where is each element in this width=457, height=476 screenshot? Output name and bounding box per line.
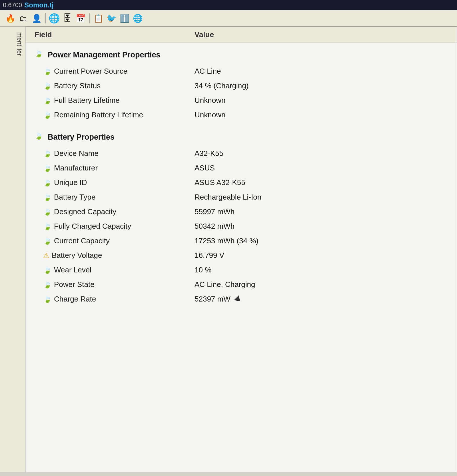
- battery-properties-icon: 🍃: [35, 132, 45, 142]
- remaining-battery-lifetime-value: Unknown: [195, 111, 448, 119]
- full-battery-lifetime-label: Full Battery Lifetime: [54, 96, 120, 105]
- field-device-name: 🍃 Device Name: [35, 149, 195, 158]
- field-battery-status: 🍃 Battery Status: [35, 81, 195, 90]
- row-current-capacity: 🍃 Current Capacity 17253 mWh (34 %): [26, 234, 457, 248]
- row-full-battery-lifetime: 🍃 Full Battery Lifetime Unknown: [26, 93, 457, 108]
- fully-charged-capacity-label: Fully Charged Capacity: [54, 222, 131, 231]
- power-management-label: Power Management Properties: [48, 51, 161, 59]
- field-power-state: 🍃 Power State: [35, 280, 195, 289]
- row-battery-voltage: ⚠ Battery Voltage 16.799 V: [26, 248, 457, 263]
- flame-icon[interactable]: 🔥: [5, 13, 16, 24]
- row-charge-rate: 🍃 Charge Rate 52397 mW: [26, 292, 457, 306]
- database-icon[interactable]: 🗄: [62, 13, 73, 24]
- network-icon[interactable]: 🌐: [132, 13, 143, 24]
- manufacturer-label: Manufacturer: [54, 164, 98, 172]
- table-body: 🍃 Power Management Properties 🍃 Current …: [26, 43, 457, 309]
- user-icon[interactable]: 👤: [31, 13, 42, 24]
- fully-charged-capacity-value: 50342 mWh: [195, 222, 448, 231]
- folder-icon[interactable]: 🗂: [18, 13, 29, 24]
- field-battery-voltage: ⚠ Battery Voltage: [35, 251, 195, 260]
- globe-icon[interactable]: 🌐: [49, 13, 60, 24]
- section-power-management: 🍃 Power Management Properties: [26, 46, 457, 64]
- sidebar: ment ter: [0, 27, 26, 472]
- field-charge-rate: 🍃 Charge Rate: [35, 295, 195, 304]
- row-device-name: 🍃 Device Name A32-K55: [26, 146, 457, 161]
- field-fully-charged-capacity: 🍃 Fully Charged Capacity: [35, 222, 195, 231]
- remaining-battery-lifetime-icon: 🍃: [43, 111, 52, 119]
- field-battery-type: 🍃 Battery Type: [35, 193, 195, 202]
- device-name-label: Device Name: [54, 149, 99, 158]
- row-remaining-battery-lifetime: 🍃 Remaining Battery Lifetime Unknown: [26, 108, 457, 122]
- power-management-icon: 🍃: [35, 50, 45, 60]
- info-icon[interactable]: ℹ️: [119, 13, 130, 24]
- content-panel: Field Value 🍃 Power Management Propertie…: [26, 27, 457, 472]
- current-capacity-label: Current Capacity: [54, 236, 110, 245]
- charge-rate-icon: 🍃: [43, 295, 52, 303]
- field-wear-level: 🍃 Wear Level: [35, 266, 195, 274]
- battery-status-value: 34 % (Charging): [195, 81, 448, 90]
- row-power-state: 🍃 Power State AC Line, Charging: [26, 277, 457, 292]
- counter-label: 0:6700: [3, 1, 22, 9]
- charge-rate-value: 52397 mW: [195, 295, 448, 304]
- battery-status-icon: 🍃: [43, 82, 52, 90]
- col-field-header: Field: [35, 30, 195, 39]
- current-power-source-value: AC Line: [195, 67, 448, 76]
- field-designed-capacity: 🍃 Designed Capacity: [35, 207, 195, 216]
- fully-charged-capacity-icon: 🍃: [43, 222, 52, 230]
- report-icon[interactable]: 📋: [93, 13, 104, 24]
- wear-level-value: 10 %: [195, 266, 448, 274]
- designed-capacity-value: 55997 mWh: [195, 207, 448, 216]
- battery-type-icon: 🍃: [43, 193, 52, 201]
- table-header: Field Value: [26, 27, 457, 43]
- field-full-battery-lifetime: 🍃 Full Battery Lifetime: [35, 96, 195, 105]
- remaining-battery-lifetime-label: Remaining Battery Lifetime: [54, 111, 143, 119]
- manufacturer-value: ASUS: [195, 164, 448, 172]
- section-battery-properties: 🍃 Battery Properties: [26, 128, 457, 146]
- battery-type-label: Battery Type: [54, 193, 96, 202]
- battery-status-label: Battery Status: [54, 81, 101, 90]
- row-fully-charged-capacity: 🍃 Fully Charged Capacity 50342 mWh: [26, 219, 457, 234]
- calendar-icon[interactable]: 📅: [75, 13, 86, 24]
- current-power-source-label: Current Power Source: [54, 67, 127, 76]
- battery-voltage-value: 16.799 V: [195, 251, 448, 260]
- unique-id-icon: 🍃: [43, 179, 52, 187]
- separator-2: [89, 13, 90, 23]
- row-unique-id: 🍃 Unique ID ASUS A32-K55: [26, 175, 457, 190]
- current-capacity-icon: 🍃: [43, 237, 52, 245]
- unique-id-label: Unique ID: [54, 178, 87, 187]
- power-state-icon: 🍃: [43, 281, 52, 289]
- field-remaining-battery-lifetime: 🍃 Remaining Battery Lifetime: [35, 111, 195, 119]
- field-current-power-source: 🍃 Current Power Source: [35, 67, 195, 76]
- wear-level-icon: 🍃: [43, 266, 52, 274]
- top-bar: 0:6700 Somon.tj: [0, 0, 457, 10]
- battery-properties-label: Battery Properties: [48, 133, 115, 142]
- main-container: ment ter Field Value 🍃 Power Management …: [0, 27, 457, 472]
- field-manufacturer: 🍃 Manufacturer: [35, 164, 195, 172]
- device-name-icon: 🍃: [43, 150, 52, 158]
- power-state-label: Power State: [54, 280, 95, 289]
- row-current-power-source: 🍃 Current Power Source AC Line: [26, 64, 457, 79]
- full-battery-lifetime-icon: 🍃: [43, 97, 52, 105]
- current-capacity-value: 17253 mWh (34 %): [195, 236, 448, 245]
- row-battery-type: 🍃 Battery Type Rechargeable Li-Ion: [26, 190, 457, 204]
- unique-id-value: ASUS A32-K55: [195, 178, 448, 187]
- row-battery-status: 🍃 Battery Status 34 % (Charging): [26, 79, 457, 93]
- sidebar-label-ment: ment: [2, 32, 23, 46]
- sidebar-label-ter: ter: [2, 49, 23, 56]
- separator-1: [45, 13, 46, 23]
- charge-rate-label: Charge Rate: [54, 295, 96, 304]
- toolbar: 🔥 🗂 👤 🌐 🗄 📅 📋 🐦 ℹ️ 🌐: [0, 10, 457, 27]
- full-battery-lifetime-value: Unknown: [195, 96, 448, 105]
- row-wear-level: 🍃 Wear Level 10 %: [26, 263, 457, 277]
- power-state-value: AC Line, Charging: [195, 280, 448, 289]
- designed-capacity-icon: 🍃: [43, 208, 52, 216]
- row-manufacturer: 🍃 Manufacturer ASUS: [26, 161, 457, 175]
- spacer-1: [26, 122, 457, 128]
- bird-icon[interactable]: 🐦: [106, 13, 117, 24]
- cursor-indicator: [234, 295, 242, 304]
- row-designed-capacity: 🍃 Designed Capacity 55997 mWh: [26, 204, 457, 219]
- wear-level-label: Wear Level: [54, 266, 91, 274]
- col-value-header: Value: [195, 30, 448, 39]
- battery-voltage-label: Battery Voltage: [52, 251, 102, 260]
- current-power-source-icon: 🍃: [43, 67, 52, 75]
